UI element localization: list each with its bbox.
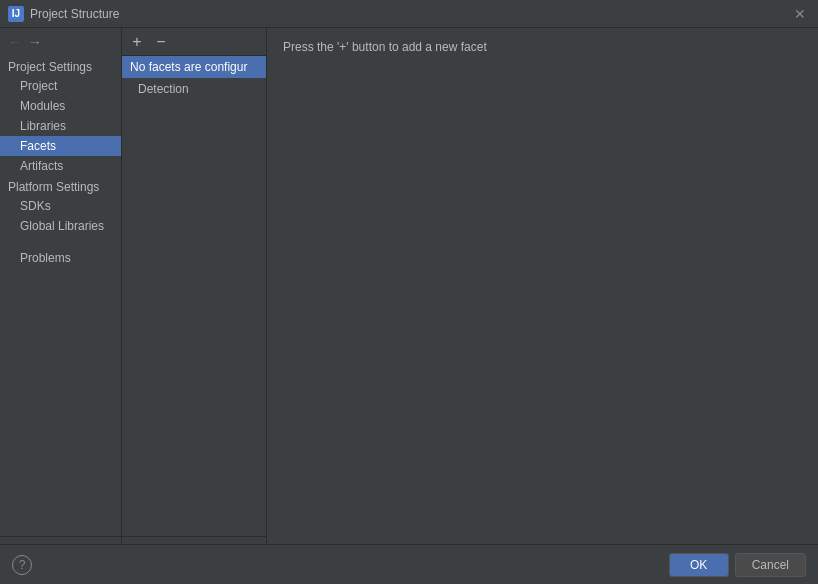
content-hint: Press the '+' button to add a new facet [283,40,802,54]
sidebar: ← → Project Settings Project Modules Lib… [0,28,122,544]
help-button[interactable]: ? [12,555,32,575]
facets-panel-scrollbar[interactable] [122,536,266,544]
forward-arrow[interactable]: → [28,34,42,50]
title-bar: IJ Project Structure ✕ [0,0,818,28]
facets-list-item-no-facets[interactable]: No facets are configur [122,56,266,78]
sidebar-scroll: Project Settings Project Modules Librari… [0,56,121,536]
bottom-buttons: OK Cancel [669,553,806,577]
platform-settings-label: Platform Settings [0,176,121,196]
window-title: Project Structure [30,7,119,21]
close-button[interactable]: ✕ [790,4,810,24]
back-arrow[interactable]: ← [8,34,22,50]
bottom-bar: ? OK Cancel [0,544,818,584]
remove-facet-button[interactable]: − [152,33,170,51]
ok-button[interactable]: OK [669,553,729,577]
add-facet-button[interactable]: + [128,33,146,51]
sidebar-item-problems[interactable]: Problems [0,248,121,268]
sidebar-item-facets[interactable]: Facets [0,136,121,156]
facets-panel: + − No facets are configur Detection [122,28,267,544]
facets-toolbar: + − [122,28,266,56]
sidebar-item-artifacts[interactable]: Artifacts [0,156,121,176]
content-panel: Press the '+' button to add a new facet [267,28,818,544]
sidebar-scrollbar[interactable] [0,536,121,544]
project-settings-label: Project Settings [0,56,121,76]
sidebar-item-global-libraries[interactable]: Global Libraries [0,216,121,236]
main-container: ← → Project Settings Project Modules Lib… [0,28,818,544]
sidebar-item-sdks[interactable]: SDKs [0,196,121,216]
sidebar-item-libraries[interactable]: Libraries [0,116,121,136]
facets-list: No facets are configur Detection [122,56,266,536]
cancel-button[interactable]: Cancel [735,553,806,577]
app-icon: IJ [8,6,24,22]
sidebar-item-modules[interactable]: Modules [0,96,121,116]
nav-arrows: ← → [0,28,121,56]
sidebar-item-project[interactable]: Project [0,76,121,96]
facets-list-item-detection[interactable]: Detection [122,78,266,100]
